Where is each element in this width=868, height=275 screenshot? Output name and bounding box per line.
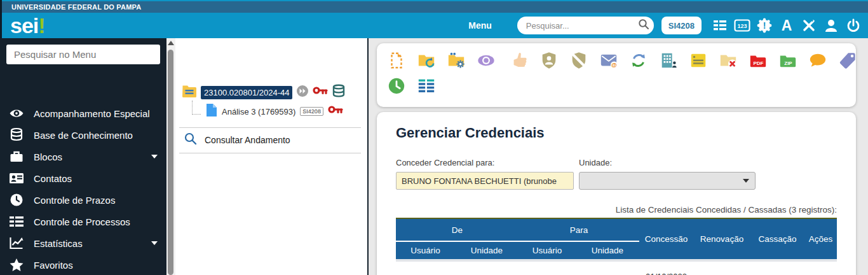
briefcase-icon bbox=[9, 149, 24, 164]
search-icon[interactable] bbox=[638, 18, 649, 32]
column-header-cassacao: Cassação bbox=[750, 218, 804, 260]
sidebar-item-estatisticas[interactable]: Estatísticas bbox=[0, 232, 166, 254]
credential-key-icon[interactable] bbox=[313, 85, 328, 99]
update-process-folder-icon[interactable] bbox=[416, 50, 437, 71]
sidebar-scrollbar[interactable] bbox=[166, 38, 175, 275]
manage-process-folder-icon[interactable] bbox=[446, 50, 466, 71]
grant-credential-shield-icon[interactable] bbox=[539, 50, 559, 71]
clock-icon bbox=[9, 192, 24, 208]
tree-connector bbox=[192, 101, 201, 115]
fast-forward-icon[interactable] bbox=[296, 85, 309, 100]
alert-badge-icon[interactable]: ! bbox=[756, 17, 773, 34]
process-tree-document: Análise 3 (1769593) SI4208 bbox=[192, 103, 343, 120]
special-monitoring-eye-icon[interactable] bbox=[476, 50, 496, 71]
consult-progress-link[interactable]: Consultar Andamento bbox=[184, 132, 290, 148]
process-tree-panel: 23100.020801/2024-44 Análise 3 (1769593)… bbox=[175, 38, 367, 275]
manage-credentials-panel: Gerenciar Credenciais Conceder Credencia… bbox=[377, 112, 856, 275]
app-header: sei! Menu SI4208 123 ! A bbox=[0, 13, 868, 38]
header-search bbox=[517, 17, 654, 34]
tag-marker-icon[interactable] bbox=[837, 50, 858, 71]
grant-credential-input[interactable] bbox=[396, 172, 574, 190]
conclude-process-folder-icon[interactable] bbox=[718, 50, 738, 71]
sidebar-item-acompanhamento-especial[interactable]: Acompanhamento Especial bbox=[0, 102, 166, 124]
search-icon bbox=[184, 132, 197, 148]
knowledge-stack-icon[interactable] bbox=[332, 84, 346, 101]
comment-bubble-icon[interactable] bbox=[808, 50, 828, 71]
institution-title: UNIVERSIDADE FEDERAL DO PAMPA bbox=[11, 3, 141, 11]
sei-logo[interactable]: sei! bbox=[10, 14, 45, 37]
sidebar-item-favoritos[interactable]: Favoritos bbox=[0, 254, 166, 275]
menu-link[interactable]: Menu bbox=[468, 20, 492, 31]
document-icon[interactable] bbox=[205, 103, 217, 120]
annotation-note-icon[interactable] bbox=[688, 50, 709, 71]
unit-label: Unidade: bbox=[579, 158, 763, 167]
process-tree-root: 23100.020801/2024-44 bbox=[182, 84, 346, 101]
svg-text:@: @ bbox=[611, 62, 617, 68]
column-header-renovacao: Renovação bbox=[693, 218, 750, 260]
subheader-unidade-para: Unidade bbox=[576, 241, 639, 260]
include-document-icon[interactable] bbox=[386, 50, 407, 71]
process-list-icon[interactable] bbox=[416, 76, 437, 96]
chevron-down-icon bbox=[151, 241, 158, 245]
font-size-icon[interactable]: A bbox=[778, 17, 795, 34]
credential-key-icon[interactable] bbox=[328, 104, 343, 118]
user-icon[interactable] bbox=[823, 17, 839, 34]
process-number-selected[interactable]: 23100.020801/2024-44 bbox=[201, 86, 292, 99]
credentials-table: De Para Concessão Renovação Cassação Açõ… bbox=[396, 218, 837, 275]
svg-text:123: 123 bbox=[737, 23, 747, 29]
send-email-icon[interactable]: @ bbox=[599, 50, 619, 71]
sidebar-item-base-de-conhecimento[interactable]: Base de Conhecimento bbox=[0, 124, 166, 146]
list-columns-icon bbox=[9, 214, 24, 229]
sidebar-menu: Acompanhamento Especial Base de Conhecim… bbox=[0, 38, 166, 275]
divider bbox=[179, 153, 361, 153]
process-toolbar: @ PDF ZIP bbox=[377, 43, 856, 107]
window-edge bbox=[0, 0, 2, 38]
tools-icon[interactable] bbox=[801, 17, 817, 34]
sidebar-item-blocos[interactable]: Blocos bbox=[0, 146, 166, 167]
pdf-generate-icon[interactable]: PDF bbox=[748, 50, 768, 71]
contact-card-icon bbox=[9, 171, 24, 186]
approve-thumb-icon[interactable] bbox=[509, 50, 529, 71]
sidebar-item-controle-de-prazos[interactable]: Controle de Prazos bbox=[0, 189, 166, 211]
svg-text:!: ! bbox=[763, 20, 766, 31]
column-header-acoes: Ações bbox=[804, 218, 837, 260]
header-search-input[interactable] bbox=[526, 21, 638, 31]
line-chart-icon bbox=[9, 236, 24, 251]
logo-bang: ! bbox=[38, 13, 44, 38]
svg-text:ZIP: ZIP bbox=[784, 60, 792, 66]
sidebar-item-contatos[interactable]: Contatos bbox=[0, 167, 166, 189]
eye-icon bbox=[9, 106, 24, 121]
subheader-unidade-de: Unidade bbox=[455, 241, 519, 260]
scroll-up-arrow-icon[interactable] bbox=[168, 41, 174, 45]
chevron-down-icon bbox=[743, 179, 749, 183]
table-row: 01/10/2023 bbox=[396, 260, 837, 275]
page-title: Gerenciar Credenciais bbox=[396, 125, 837, 141]
database-icon bbox=[9, 127, 24, 143]
time-control-icon[interactable] bbox=[386, 76, 407, 96]
zip-generate-icon[interactable]: ZIP bbox=[778, 50, 798, 71]
subheader-usuario-para: Usuário bbox=[519, 241, 576, 260]
chevron-down-icon bbox=[151, 155, 158, 159]
column-header-concessao: Concessão bbox=[639, 218, 693, 260]
subheader-usuario-de: Usuário bbox=[396, 241, 455, 260]
revoke-credential-shield-icon[interactable] bbox=[569, 50, 589, 71]
process-list-icon[interactable] bbox=[712, 17, 728, 34]
process-folder-icon[interactable] bbox=[182, 84, 197, 101]
scrollbar-thumb[interactable] bbox=[168, 50, 173, 275]
infographic-123-icon[interactable]: 123 bbox=[734, 17, 750, 34]
menu-search-input[interactable] bbox=[6, 45, 160, 64]
credentials-list-caption: Lista de Credenciais Concedidas / Cassad… bbox=[396, 205, 837, 215]
svg-text:PDF: PDF bbox=[754, 60, 764, 66]
sidebar-item-controle-de-processos[interactable]: Controle de Processos bbox=[0, 211, 166, 232]
power-icon[interactable] bbox=[845, 17, 862, 34]
unit-select[interactable] bbox=[579, 172, 756, 190]
document-label[interactable]: Análise 3 (1769593) bbox=[222, 107, 295, 116]
column-header-de: De bbox=[396, 218, 519, 241]
unit-building-icon[interactable] bbox=[658, 50, 679, 71]
unit-button[interactable]: SI4208 bbox=[661, 17, 702, 34]
sei-application-window: UNIVERSIDADE FEDERAL DO PAMPA sei! Menu … bbox=[0, 0, 868, 275]
column-header-para: Para bbox=[519, 218, 639, 241]
star-icon bbox=[9, 257, 24, 272]
send-process-arrows-icon[interactable] bbox=[628, 50, 649, 71]
institution-bar: UNIVERSIDADE FEDERAL DO PAMPA bbox=[0, 0, 868, 13]
